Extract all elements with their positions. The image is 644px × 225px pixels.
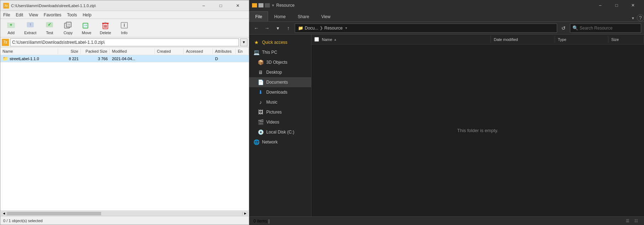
maximize-button[interactable]: □: [213, 0, 229, 11]
delete-label: Delete: [100, 31, 111, 35]
tab-file[interactable]: File: [249, 11, 268, 21]
sidebar-item-pictures[interactable]: 🖼 Pictures: [249, 107, 311, 117]
copy-button[interactable]: → Copy: [59, 20, 77, 36]
pictures-icon: 🖼: [258, 109, 263, 115]
path-input[interactable]: [10, 38, 239, 46]
title-icon-yellow: [252, 3, 257, 7]
local-disk-icon: 💿: [258, 129, 263, 135]
move-label: Move: [82, 31, 91, 35]
menu-tools[interactable]: Tools: [64, 12, 80, 18]
sidebar-item-network[interactable]: 🌐 Network: [249, 137, 311, 147]
add-button[interactable]: + Add: [2, 20, 20, 36]
path-segment-docs: Docu...: [305, 26, 318, 31]
right-close-button[interactable]: ✕: [625, 0, 641, 11]
delete-button[interactable]: Delete: [96, 20, 114, 36]
extract-label: Extract: [24, 31, 36, 35]
menu-help[interactable]: Help: [80, 12, 94, 18]
move-icon: →: [82, 21, 91, 30]
extract-button[interactable]: ↑ Extract: [21, 20, 40, 36]
right-statusbar: 0 items | ☰ ☷: [249, 216, 644, 225]
sort-arrow: ▲: [334, 38, 337, 41]
sidebar-item-desktop[interactable]: 🖥 Desktop: [249, 67, 311, 77]
scrollbar-track[interactable]: [7, 211, 242, 216]
left-panel: 7z C:\Users\liamm\Downloads\streetLabel-…: [0, 0, 249, 225]
refresh-button[interactable]: ↺: [559, 24, 568, 32]
scroll-left-arrow[interactable]: ◀: [1, 211, 7, 216]
col-header-packed[interactable]: Packed Size: [81, 48, 110, 54]
file-cell-attributes: D: [213, 57, 236, 61]
right-addressbar: ← → ▾ ↑ 📁 Docu... ❯ Resource ▾ ↺ 🔍: [249, 22, 644, 35]
col-header-size[interactable]: Size: [608, 36, 644, 43]
col-header-created[interactable]: Created: [155, 48, 184, 54]
recent-locations-button[interactable]: ▾: [273, 24, 282, 32]
up-button[interactable]: ↑: [284, 24, 293, 32]
test-label: Test: [46, 31, 53, 35]
content-body: This folder is empty.: [311, 45, 644, 216]
minimize-button[interactable]: –: [195, 0, 212, 11]
search-box[interactable]: 🔍: [570, 23, 641, 33]
horizontal-scrollbar[interactable]: ◀ ▶: [0, 210, 249, 216]
back-button[interactable]: ←: [252, 24, 261, 32]
col-header-type[interactable]: Type: [555, 36, 608, 43]
col-header-attributes[interactable]: Attributes: [213, 48, 236, 54]
sidebar-item-downloads[interactable]: ⬇ Downloads: [249, 87, 311, 97]
sidebar-item-label-downloads: Downloads: [266, 90, 287, 95]
detail-view-button[interactable]: ☰: [624, 218, 631, 224]
search-icon: 🔍: [572, 25, 578, 31]
address-path[interactable]: 📁 Docu... ❯ Resource ▾: [295, 23, 557, 33]
forward-button[interactable]: →: [263, 24, 271, 32]
sidebar-item-label-desktop: Desktop: [266, 70, 282, 75]
menu-file[interactable]: File: [0, 12, 13, 18]
left-window-controls: – □ ✕: [195, 0, 246, 11]
sidebar-item-music[interactable]: ♪ Music: [249, 97, 311, 107]
tab-home[interactable]: Home: [268, 11, 292, 21]
col-header-name[interactable]: Name: [0, 48, 58, 54]
col-header-size[interactable]: Size: [58, 48, 81, 54]
search-input[interactable]: [580, 26, 639, 31]
ribbon-help-button[interactable]: ?: [637, 14, 644, 21]
svg-rect-13: [104, 22, 106, 23]
right-content: Name ▲ Date modified Type Size This fold…: [311, 35, 644, 216]
path-dropdown[interactable]: ▼: [240, 38, 247, 46]
sidebar-item-this-pc[interactable]: 💻 This PC: [249, 47, 311, 57]
file-row[interactable]: 📁 streetLabel-1.1.0 8 221 3 766 2021-04-…: [0, 55, 249, 62]
scroll-right-arrow[interactable]: ▶: [242, 211, 248, 216]
sidebar-item-3d-objects[interactable]: 📦 3D Objects: [249, 57, 311, 67]
left-menubar: File Edit View Favorites Tools Help: [0, 11, 249, 19]
info-button[interactable]: i Info: [116, 20, 133, 36]
sidebar-item-local-disk[interactable]: 💿 Local Disk (C:): [249, 127, 311, 137]
col-header-enc[interactable]: En: [236, 48, 249, 54]
col-header-modified[interactable]: Date modified: [491, 36, 555, 43]
status-text: 0 / 1 object(s) selected: [3, 219, 43, 223]
select-all-checkbox[interactable]: [314, 37, 319, 42]
col-header-accessed[interactable]: Accessed: [184, 48, 213, 54]
svg-text:i: i: [124, 22, 125, 28]
content-header: Name ▲ Date modified Type Size: [311, 35, 644, 45]
tab-share[interactable]: Share: [292, 11, 315, 21]
right-sidebar: ★ Quick access 💻 This PC 📦 3D Objects 🖥 …: [249, 35, 311, 216]
right-maximize-button[interactable]: □: [608, 0, 625, 11]
view-icons: ☰ ☷: [624, 218, 640, 224]
videos-icon: 🎬: [258, 119, 263, 125]
test-icon: ✓: [45, 21, 54, 30]
menu-view[interactable]: View: [26, 12, 41, 18]
right-titlebar: ▾ Resource – □ ✕: [249, 0, 644, 11]
right-minimize-button[interactable]: –: [592, 0, 608, 11]
sidebar-item-videos[interactable]: 🎬 Videos: [249, 117, 311, 127]
sidebar-item-documents[interactable]: 📄 Documents: [249, 77, 311, 87]
tab-view[interactable]: View: [315, 11, 336, 21]
test-button[interactable]: ✓ Test: [41, 20, 58, 36]
menu-favorites[interactable]: Favorites: [41, 12, 64, 18]
right-title-left: ▾ Resource: [252, 3, 294, 8]
col-header-modified[interactable]: Modified: [110, 48, 155, 54]
ribbon-expand-button[interactable]: ▾: [629, 15, 637, 21]
large-icon-view-button[interactable]: ☷: [633, 218, 640, 224]
menu-edit[interactable]: Edit: [13, 12, 26, 18]
ribbon-tabs: File Home Share View ▾ ?: [249, 11, 644, 21]
col-header-name[interactable]: Name ▲: [311, 36, 491, 43]
close-button[interactable]: ✕: [230, 0, 246, 11]
this-pc-icon: 💻: [253, 49, 259, 55]
left-window-title: C:\Users\liamm\Downloads\streetLabel-1.1…: [11, 4, 96, 8]
sidebar-item-quick-access[interactable]: ★ Quick access: [249, 37, 311, 47]
move-button[interactable]: → Move: [78, 20, 95, 36]
